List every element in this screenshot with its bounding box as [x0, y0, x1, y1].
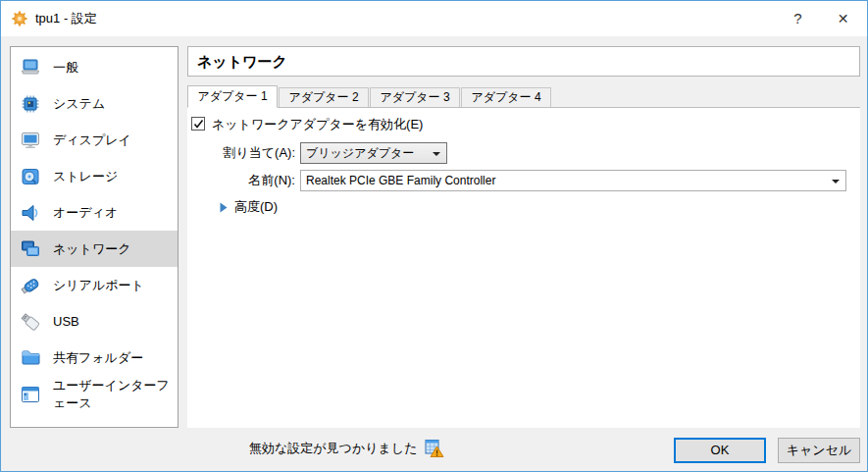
window-title: tpu1 - 設定: [35, 10, 97, 27]
sidebar-item-label: システム: [53, 95, 105, 113]
shared-folder-icon: [20, 347, 41, 369]
ok-button[interactable]: OK: [674, 438, 766, 463]
invalid-settings-text: 無効な設定が見つかりました: [249, 440, 417, 457]
sidebar-item-system[interactable]: システム: [11, 85, 178, 122]
checkmark-icon: [193, 119, 204, 130]
tab-adapter-2[interactable]: アダプター 2: [279, 87, 369, 107]
title-bar: tpu1 - 設定 ? ✕: [1, 1, 867, 36]
sidebar-item-label: USB: [53, 314, 79, 329]
sidebar-item-label: 共有フォルダー: [53, 349, 143, 367]
settings-window: tpu1 - 設定 ? ✕ 一般: [0, 0, 868, 472]
sidebar-item-display[interactable]: ディスプレイ: [11, 122, 178, 158]
advanced-expander[interactable]: 高度(D): [220, 198, 278, 216]
enable-adapter-checkbox[interactable]: [191, 117, 205, 131]
sidebar-item-label: 一般: [53, 59, 78, 77]
adapter-name-dropdown[interactable]: Realtek PCIe GBE Family Controller: [300, 170, 846, 191]
sidebar-item-shared-folders[interactable]: 共有フォルダー: [11, 340, 178, 376]
attached-to-label: 割り当て(A):: [187, 142, 295, 164]
sidebar-item-label: オーディオ: [53, 204, 118, 222]
enable-adapter-label: ネットワークアダプターを有効化(E): [212, 116, 423, 133]
status-bar: 無効な設定が見つかりました: [249, 439, 444, 458]
system-icon: [20, 93, 41, 115]
sidebar-item-network[interactable]: ネットワーク: [11, 231, 178, 267]
chevron-down-icon: [832, 180, 840, 184]
adapter-tabs: アダプター 1 アダプター 2 アダプター 3 アダプター 4: [187, 85, 860, 108]
sidebar-item-label: ディスプレイ: [53, 131, 131, 149]
adapter-name-value: Realtek PCIe GBE Family Controller: [306, 174, 495, 187]
settings-gear-icon: [11, 10, 28, 27]
category-list: 一般 システム ディスプレ: [10, 46, 179, 428]
advanced-label: 高度(D): [234, 198, 278, 216]
sidebar-item-usb[interactable]: USB: [11, 303, 178, 340]
page-title: ネットワーク: [187, 46, 860, 77]
close-button[interactable]: ✕: [821, 1, 865, 36]
attached-to-value: ブリッジアダプター: [306, 145, 414, 162]
network-icon: [20, 238, 41, 260]
tab-adapter-3[interactable]: アダプター 3: [370, 87, 460, 107]
user-interface-icon: [20, 384, 41, 405]
warning-icon: [425, 439, 444, 458]
sidebar-item-label: ユーザーインターフェース: [53, 377, 178, 412]
sidebar-item-label: ネットワーク: [53, 240, 131, 258]
serial-port-icon: [20, 275, 41, 296]
sidebar-item-general[interactable]: 一般: [11, 49, 178, 85]
tab-adapter-4[interactable]: アダプター 4: [461, 87, 551, 107]
general-icon: [20, 57, 41, 79]
storage-icon: [20, 166, 41, 187]
sidebar-item-serial-ports[interactable]: シリアルポート: [11, 267, 178, 303]
expander-arrow-icon: [220, 202, 228, 213]
cancel-button[interactable]: キャンセル: [778, 438, 860, 463]
sidebar-item-label: シリアルポート: [53, 277, 144, 294]
help-button[interactable]: ?: [776, 1, 820, 36]
adapter-pane: ネットワークアダプターを有効化(E) 割り当て(A): ブリッジアダプター 名前…: [187, 108, 860, 428]
audio-icon: [20, 202, 41, 224]
tab-adapter-1[interactable]: アダプター 1: [187, 85, 278, 108]
adapter-name-label: 名前(N):: [187, 170, 295, 191]
sidebar-item-audio[interactable]: オーディオ: [11, 194, 178, 231]
usb-icon: [20, 311, 41, 333]
sidebar-item-user-interface[interactable]: ユーザーインターフェース: [11, 376, 178, 412]
chevron-down-icon: [433, 152, 440, 156]
display-icon: [20, 130, 41, 151]
sidebar-item-storage[interactable]: ストレージ: [11, 158, 178, 194]
sidebar-item-label: ストレージ: [53, 168, 118, 185]
attached-to-dropdown[interactable]: ブリッジアダプター: [300, 142, 447, 164]
